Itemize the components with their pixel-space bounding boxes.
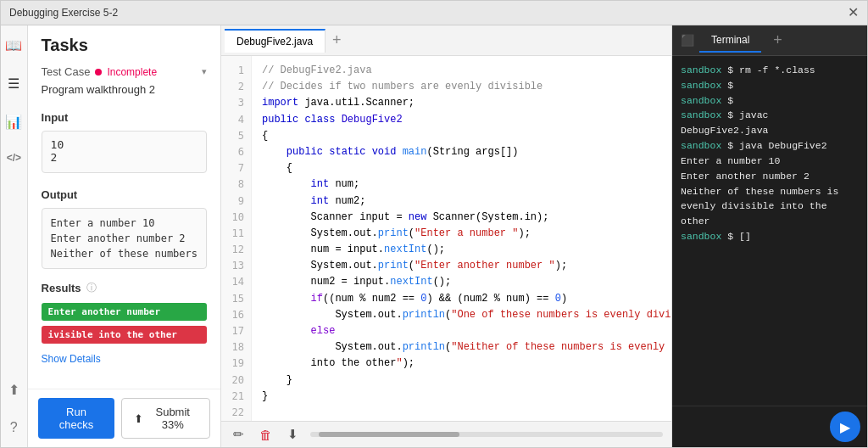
terminal-line-2: sandbox $ — [681, 78, 859, 93]
terminal-line-4: sandbox $ javac DebugFive2.java — [681, 108, 859, 138]
editor-area: DebugFive2.java + 12345 678910 111213141… — [221, 25, 672, 447]
code-container: 12345 678910 1112131415 1617181920 2122 … — [221, 56, 671, 421]
input-box: 10 2 — [42, 131, 207, 173]
download-button[interactable]: ⬇ — [284, 425, 302, 444]
play-button[interactable]: ▶ — [830, 412, 860, 442]
test-case-label: Test Case — [42, 65, 91, 78]
terminal-line-8: Neither of these numbers is evenly divis… — [681, 184, 859, 229]
terminal-tab[interactable]: Terminal — [699, 29, 761, 53]
play-icon: ▶ — [840, 419, 850, 435]
info-icon[interactable]: ⓘ — [86, 281, 97, 295]
tasks-header: Tasks — [28, 25, 220, 62]
incomplete-text: Incomplete — [107, 66, 157, 78]
app-window: Debugging Exercise 5-2 ✕ 📖 ☰ 📊 </> ⬆ ? T… — [0, 0, 868, 448]
sidebar-content: Tasks Test Case Incomplete ▾ Program wal… — [28, 25, 220, 447]
show-details-link[interactable]: Show Details — [28, 346, 220, 372]
terminal-line-7: Enter another number 2 — [681, 169, 859, 184]
scrollbar-thumb — [319, 432, 459, 437]
editor-tab-bar: DebugFive2.java + — [221, 25, 671, 56]
output-box: Enter a number 10 Enter another number 2… — [42, 208, 207, 269]
incomplete-dot — [95, 69, 102, 76]
terminal-line-9: sandbox $ [] — [681, 229, 859, 244]
sidebar-bottom: Run checks ⬆ Submit 33% — [28, 389, 220, 447]
program-label: Program walkthrough 2 — [28, 81, 220, 104]
list-icon[interactable]: ☰ — [4, 72, 23, 95]
terminal-add-tab-button[interactable]: + — [766, 31, 789, 49]
editor-tab-debugfive[interactable]: DebugFive2.java — [225, 29, 326, 53]
window-title: Debugging Exercise 5-2 — [9, 7, 118, 19]
sidebar-container: 📖 ☰ 📊 </> ⬆ ? Tasks Test Case Incomplete… — [1, 25, 221, 447]
submit-button[interactable]: ⬆ Submit 33% — [121, 398, 210, 439]
help-icon[interactable]: ? — [7, 417, 21, 439]
terminal-line-1: sandbox $ rm -f *.class — [681, 63, 859, 78]
code-content[interactable]: // DebugFive2.java // Decides if two num… — [252, 56, 671, 421]
editor-footer: ✏ 🗑 ⬇ — [221, 421, 671, 447]
terminal-area: ⬛ Terminal + sandbox $ rm -f *.class san… — [672, 25, 867, 447]
chart-icon[interactable]: 📊 — [2, 110, 25, 133]
code-icon[interactable]: </> — [3, 148, 25, 167]
editor-tab-label: DebugFive2.java — [236, 36, 313, 48]
book-icon[interactable]: 📖 — [2, 34, 25, 57]
output-label: Output — [28, 182, 220, 204]
title-bar: Debugging Exercise 5-2 ✕ — [1, 1, 867, 25]
editor-add-tab-button[interactable]: + — [326, 31, 348, 49]
submit-label: Submit 33% — [147, 406, 198, 431]
result-red-badge: ivisible into the other — [42, 326, 207, 344]
chevron-down-icon: ▾ — [202, 66, 207, 77]
test-case-row[interactable]: Test Case Incomplete ▾ — [28, 62, 220, 81]
terminal-line-3: sandbox $ — [681, 93, 859, 109]
main-area: 📖 ☰ 📊 </> ⬆ ? Tasks Test Case Incomplete… — [1, 25, 867, 447]
terminal-line-6: Enter a number 10 — [681, 154, 859, 169]
terminal-line-5: sandbox $ java DebugFive2 — [681, 138, 859, 154]
close-button[interactable]: ✕ — [848, 6, 859, 20]
terminal-tab-bar: ⬛ Terminal + — [672, 25, 867, 56]
line-numbers: 12345 678910 1112131415 1617181920 2122 — [221, 56, 252, 421]
results-label: Results — [42, 282, 81, 294]
pencil-button[interactable]: ✏ — [230, 425, 248, 444]
output-value: Enter a number 10 Enter another number 2… — [51, 216, 198, 261]
result-green-badge: Enter another number — [42, 303, 207, 321]
share-icon[interactable]: ⬆ — [5, 378, 23, 401]
upload-icon: ⬆ — [134, 412, 143, 425]
run-checks-button[interactable]: Run checks — [38, 398, 115, 439]
terminal-footer: ▶ — [672, 406, 867, 447]
input-label: Input — [28, 104, 220, 127]
input-value: 10 2 — [51, 138, 198, 164]
trash-button[interactable]: 🗑 — [256, 426, 275, 444]
icon-rail: 📖 ☰ 📊 </> ⬆ ? — [1, 25, 28, 447]
results-row: Results ⓘ — [28, 277, 220, 300]
horizontal-scrollbar[interactable] — [310, 432, 663, 437]
terminal-content: sandbox $ rm -f *.class sandbox $ sandbo… — [672, 56, 867, 406]
